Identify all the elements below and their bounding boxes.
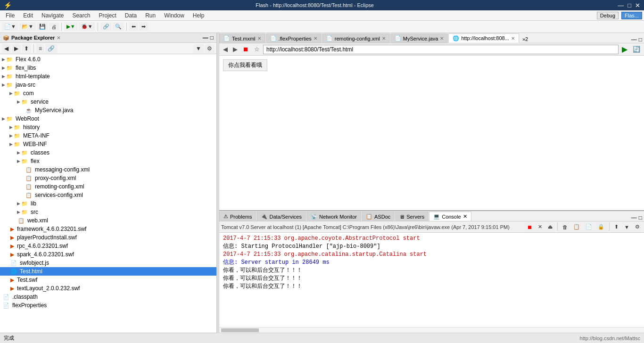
tree-item[interactable]: ▶Test.swf	[0, 276, 216, 284]
console-scroll-lock-btn[interactable]: 🔒	[595, 222, 607, 231]
tab-myservice-java-close[interactable]: ✕	[440, 36, 444, 41]
pe-minimize-icon[interactable]: —	[203, 34, 208, 41]
tree-item[interactable]: ▶framework_4.6.0.23201.swf	[0, 225, 216, 233]
tab-flex-properties[interactable]: 📄 .flexProperties ✕	[266, 33, 322, 43]
tab-remoting-config-close[interactable]: ✕	[382, 36, 386, 41]
pe-back-btn[interactable]: ◀	[2, 44, 11, 53]
tab-myservice-java[interactable]: 📄 MyService.java ✕	[390, 33, 448, 43]
pe-close-icon[interactable]: ✕	[57, 35, 60, 41]
tab-overflow-btn[interactable]: »2	[520, 35, 531, 43]
browser-go-btn[interactable]: ▶	[620, 45, 629, 54]
tree-item[interactable]: ▶spark_4.6.0.23201.swf	[0, 250, 216, 259]
bottom-minimize-icon[interactable]: —	[631, 214, 637, 221]
menu-window[interactable]: Window	[160, 11, 188, 20]
tree-item[interactable]: ▶📁WebRoot	[0, 114, 216, 123]
toolbar-open-btn[interactable]: 📂▼	[19, 22, 36, 31]
browser-bookmark-btn[interactable]: ☆	[252, 45, 262, 53]
editor-maximize-icon[interactable]: □	[639, 36, 642, 43]
tab-test-mxml[interactable]: 📄 Test.mxml ✕	[219, 33, 265, 43]
tree-item[interactable]: ▶📁WEB-INF	[0, 140, 216, 148]
pe-up-btn[interactable]: ⬆	[22, 44, 31, 53]
tree-item[interactable]: ▶playerProductInstall.swf	[0, 233, 216, 242]
minimize-btn[interactable]: —	[618, 2, 624, 9]
tree-item[interactable]: ▶📁history	[0, 123, 216, 131]
bottom-maximize-icon[interactable]: □	[639, 214, 642, 221]
tab-network-monitor[interactable]: 📡 Network Monitor	[306, 212, 361, 221]
tree-item[interactable]: ▶📁META-INF	[0, 131, 216, 140]
browser-stop-btn[interactable]: ⏹	[241, 45, 251, 53]
tree-item[interactable]: ▶📁lib	[0, 199, 216, 208]
tab-servers[interactable]: 🖥 Servers	[395, 212, 429, 221]
toolbar-print-btn[interactable]: 🖨	[49, 23, 59, 31]
tree-item[interactable]: ▶📁html-template	[0, 72, 216, 81]
pe-menu-btn[interactable]: ▼	[193, 44, 204, 53]
console-paste-btn[interactable]: 📄	[583, 222, 594, 231]
tree-item[interactable]: ▶rpc_4.6.0.23201.swf	[0, 242, 216, 250]
tree-item[interactable]: 📄flexProperties	[0, 301, 216, 310]
console-clear-btn[interactable]: 🗑	[560, 222, 570, 231]
demo-button[interactable]: 你点我看看哦	[223, 59, 267, 71]
tree-item[interactable]: ▶📁flex	[0, 157, 216, 165]
tree-item[interactable]: ▶📁classes	[0, 148, 216, 157]
browser-back-btn[interactable]: ◀	[221, 45, 230, 53]
pe-forward-btn[interactable]: ▶	[12, 44, 21, 53]
toolbar-forward-btn[interactable]: ➡	[139, 22, 148, 31]
tab-problems[interactable]: ⚠ Problems	[219, 212, 256, 221]
menu-navigate[interactable]: Navigate	[38, 11, 67, 20]
toolbar-search-btn[interactable]: 🔍	[113, 22, 124, 31]
console-stop-btn[interactable]: ⏹	[525, 222, 535, 231]
tree-item[interactable]: 📋proxy-config.xml	[0, 174, 216, 182]
url-input[interactable]	[263, 45, 619, 54]
tab-test-mxml-close[interactable]: ✕	[257, 36, 261, 41]
menu-search[interactable]: Search	[68, 11, 94, 20]
toolbar-run-btn[interactable]: ▶▼	[64, 22, 78, 31]
toolbar-external-btn[interactable]: 🔗	[100, 22, 112, 31]
toolbar-debug-run-btn[interactable]: 🐞▼	[79, 22, 95, 31]
tree-item[interactable]: ▶📁Flex 4.6.0	[0, 55, 216, 64]
console-settings-btn[interactable]: ▼	[622, 222, 632, 231]
menu-help[interactable]: Help	[189, 11, 208, 20]
console-copy-btn[interactable]: 📋	[571, 222, 582, 231]
pe-settings-btn[interactable]: ⚙	[205, 44, 215, 53]
console-disconnect-btn[interactable]: ⏏	[545, 222, 555, 231]
tree-item[interactable]: 📄swfobject.js	[0, 259, 216, 267]
browser-forward-btn[interactable]: ▶	[231, 45, 239, 53]
tree-item[interactable]: 📄.classpath	[0, 293, 216, 301]
tree-item[interactable]: 📋remoting-config.xml	[0, 182, 216, 191]
toolbar-back-btn[interactable]: ⬅	[129, 22, 138, 31]
toolbar-save-btn[interactable]: 💾	[37, 22, 48, 31]
menu-data[interactable]: Data	[121, 11, 140, 20]
console-more-btn[interactable]: ⚙	[633, 222, 642, 231]
tree-item[interactable]: ▶📁flex_libs	[0, 64, 216, 72]
tab-remoting-config[interactable]: 📄 remoting-config.xml ✕	[322, 33, 390, 43]
console-terminate-btn[interactable]: ✕	[536, 222, 545, 231]
pe-collapse-btn[interactable]: ≡	[36, 44, 44, 53]
tab-console-close[interactable]: ✕	[463, 213, 467, 220]
tree-item[interactable]: ▶📁service	[0, 98, 216, 106]
tree-item[interactable]: ▶textLayout_2.0.0.232.swf	[0, 284, 216, 293]
tree-item[interactable]: 📋services-config.xml	[0, 191, 216, 199]
toolbar-new-btn[interactable]: 📄▼	[2, 22, 18, 31]
pe-link-btn[interactable]: 🔗	[45, 44, 57, 53]
menu-project[interactable]: Project	[95, 11, 120, 20]
browser-refresh-btn[interactable]: 🔄	[631, 45, 642, 53]
tab-console[interactable]: 💻 Console ✕	[429, 212, 471, 221]
editor-minimize-icon[interactable]: —	[631, 36, 637, 43]
tree-item[interactable]: 📋messaging-config.xml	[0, 165, 216, 174]
close-btn[interactable]: ✕	[635, 2, 640, 9]
tree-item[interactable]: ▶📁src	[0, 208, 216, 216]
tab-asdoc[interactable]: 📋 ASDoc	[362, 212, 395, 221]
tree-item[interactable]: ▶📁com	[0, 89, 216, 98]
tab-data-services[interactable]: 🔌 Data/Services	[256, 212, 305, 221]
menu-file[interactable]: File	[2, 11, 18, 20]
menu-edit[interactable]: Edit	[19, 11, 37, 20]
tree-item[interactable]: 🌐Test.html	[0, 267, 216, 276]
menu-run[interactable]: Run	[141, 11, 159, 20]
perspective-debug-btn[interactable]: Debug	[597, 12, 619, 19]
tree-item[interactable]: ▶📁java-src	[0, 81, 216, 89]
tree-item[interactable]: 📋web.xml	[0, 216, 216, 225]
tab-browser-close[interactable]: ✕	[511, 36, 515, 41]
console-export-btn[interactable]: ⬆	[612, 222, 621, 231]
perspective-flash-btn[interactable]: Flas...	[621, 12, 642, 19]
tab-flex-properties-close[interactable]: ✕	[314, 36, 317, 41]
